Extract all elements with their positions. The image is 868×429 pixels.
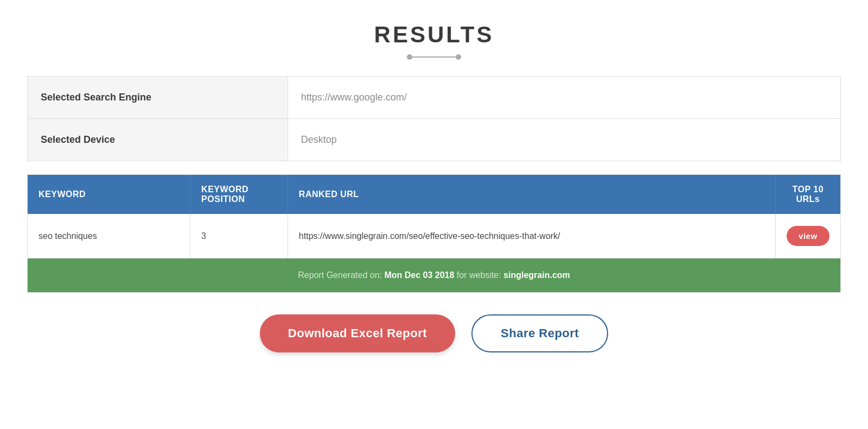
title-divider (27, 54, 841, 60)
report-footer-website: singlegrain.com (503, 270, 570, 280)
cell-keyword: seo techniques (28, 214, 190, 258)
action-buttons: Download Excel Report Share Report (27, 314, 841, 363)
download-excel-button[interactable]: Download Excel Report (260, 314, 455, 352)
divider-line (412, 56, 456, 58)
col-header-position: KEYWORD POSITION (190, 175, 288, 214)
device-label: Selected Device (28, 119, 288, 161)
report-footer-bar: Report Generated on: Mon Dec 03 2018 for… (28, 258, 840, 292)
cell-url: https://www.singlegrain.com/seo/effectiv… (288, 214, 775, 258)
info-row-device: Selected Device Desktop (28, 119, 841, 161)
results-table: KEYWORD KEYWORD POSITION RANKED URL TOP … (28, 175, 840, 258)
results-wrapper: KEYWORD KEYWORD POSITION RANKED URL TOP … (27, 174, 841, 293)
table-header-row: KEYWORD KEYWORD POSITION RANKED URL TOP … (28, 175, 840, 214)
cell-view[interactable]: view (775, 214, 840, 258)
device-value: Desktop (288, 119, 840, 161)
report-footer-middle: for website: (454, 270, 503, 280)
col-header-url: RANKED URL (288, 175, 775, 214)
report-footer-date: Mon Dec 03 2018 (384, 270, 454, 280)
view-button[interactable]: view (787, 226, 829, 246)
divider-dot-right (456, 54, 461, 60)
report-footer-prefix: Report Generated on: (298, 270, 384, 280)
share-report-button[interactable]: Share Report (471, 314, 608, 352)
page-title: RESULTS (27, 22, 841, 48)
page-title-section: RESULTS (27, 22, 841, 60)
search-engine-value: https://www.google.com/ (288, 77, 840, 119)
cell-position: 3 (190, 214, 288, 258)
col-header-top10: TOP 10 URLs (775, 175, 840, 214)
col-header-keyword: KEYWORD (28, 175, 190, 214)
info-table: Selected Search Engine https://www.googl… (27, 76, 841, 161)
divider-dot-left (407, 54, 412, 60)
table-row: seo techniques 3 https://www.singlegrain… (28, 214, 840, 258)
search-engine-label: Selected Search Engine (28, 77, 288, 119)
info-row-search-engine: Selected Search Engine https://www.googl… (28, 77, 841, 119)
